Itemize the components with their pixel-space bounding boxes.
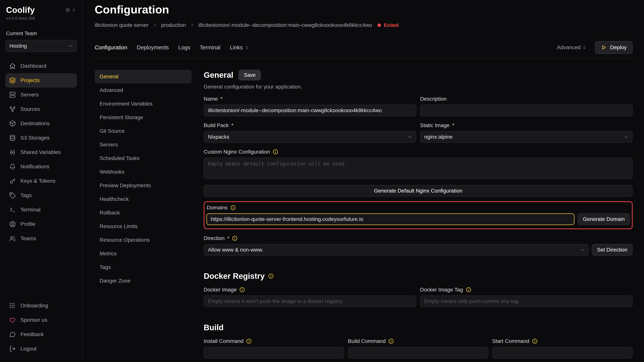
server-icon bbox=[9, 91, 16, 98]
chevron-down-icon bbox=[580, 248, 584, 252]
tab-logs[interactable]: Logs bbox=[178, 44, 190, 51]
breadcrumb-application[interactable]: illicitestonion/-module--decomposition:m… bbox=[198, 22, 372, 28]
subnav-item-resource-operations[interactable]: Resource Operations bbox=[95, 233, 192, 247]
build-heading: Build bbox=[204, 323, 633, 332]
sidebar-item-terminal[interactable]: Terminal bbox=[5, 203, 77, 217]
build-command-input[interactable] bbox=[348, 347, 488, 359]
install-command-label: Install Command bbox=[204, 338, 344, 344]
list-checks-icon bbox=[9, 302, 16, 309]
sidebar: Coolify v4.0.0-beta.399 Current Team Hos… bbox=[0, 0, 82, 362]
sidebar-item-feedback[interactable]: Feedback bbox=[5, 327, 77, 342]
advanced-toggle[interactable]: Advanced bbox=[557, 44, 587, 50]
info-icon bbox=[388, 338, 394, 344]
static-image-label: Static Image* bbox=[420, 122, 633, 128]
sidebar-item-onboarding[interactable]: Onboarding bbox=[5, 299, 77, 313]
tab-terminal[interactable]: Terminal bbox=[200, 44, 220, 51]
name-label: Name* bbox=[204, 96, 416, 102]
sidebar-item-notifications[interactable]: Notifications bbox=[5, 159, 77, 174]
sun-icon bbox=[65, 7, 70, 13]
info-icon bbox=[272, 149, 278, 155]
logout-icon bbox=[9, 345, 16, 352]
static-image-select[interactable]: nginx:alpine bbox=[420, 131, 633, 143]
sidebar-item-teams[interactable]: Teams bbox=[5, 231, 77, 246]
sidebar-item-sponsor[interactable]: Sponsor us bbox=[5, 313, 77, 327]
tab-links[interactable]: Links bbox=[230, 44, 249, 51]
subnav-item-git-source[interactable]: Git Source bbox=[95, 124, 192, 138]
chevrons-up-down-icon bbox=[582, 45, 587, 50]
subnav-item-healthcheck[interactable]: Healthcheck bbox=[95, 192, 192, 206]
breadcrumb-environment[interactable]: production bbox=[161, 22, 186, 28]
build-pack-label: Build Pack* bbox=[204, 122, 416, 128]
sidebar-item-dashboard[interactable]: Dashboard bbox=[5, 59, 77, 73]
main-content: Configuration illicitonion quote server … bbox=[82, 0, 644, 362]
subnav-item-advanced[interactable]: Advanced bbox=[95, 83, 192, 97]
layers-icon bbox=[9, 77, 16, 84]
tag-icon bbox=[9, 192, 16, 199]
direction-select[interactable]: Allow www & non-www. bbox=[204, 244, 589, 256]
subnav-item-resource-limits[interactable]: Resource Limits bbox=[95, 220, 192, 233]
docker-image-tag-input[interactable] bbox=[420, 296, 633, 307]
app-root: Coolify v4.0.0-beta.399 Current Team Hos… bbox=[0, 0, 644, 362]
theme-switcher[interactable] bbox=[65, 7, 76, 13]
tab-bar: Configuration Deployments Logs Terminal … bbox=[95, 41, 633, 58]
chevron-right-icon bbox=[190, 23, 194, 28]
subnav-item-rollback[interactable]: Rollback bbox=[95, 206, 192, 220]
subnav-item-environment-variables[interactable]: Environment Variables bbox=[95, 97, 192, 111]
subnav-item-tags[interactable]: Tags bbox=[95, 260, 192, 274]
sidebar-item-tags[interactable]: Tags bbox=[5, 188, 77, 203]
info-icon bbox=[246, 338, 252, 344]
subnav-item-metrics[interactable]: Metrics bbox=[95, 247, 192, 260]
docker-image-input[interactable] bbox=[204, 296, 416, 307]
sidebar-item-servers[interactable]: Servers bbox=[5, 88, 77, 102]
sidebar-item-destinations[interactable]: Destinations bbox=[5, 116, 77, 131]
start-command-label: Start Command bbox=[492, 338, 633, 344]
subnav-item-webhooks[interactable]: Webhooks bbox=[95, 165, 192, 179]
subnav-item-danger-zone[interactable]: Danger Zone bbox=[95, 274, 192, 288]
install-command-input[interactable] bbox=[204, 347, 344, 359]
domains-section: Domains Generate Domain bbox=[204, 201, 633, 229]
sidebar-item-logout[interactable]: Logout bbox=[5, 342, 77, 356]
heart-icon bbox=[9, 317, 16, 324]
name-input[interactable] bbox=[204, 105, 416, 116]
domains-input[interactable] bbox=[206, 213, 574, 225]
bell-icon bbox=[9, 163, 16, 170]
save-button[interactable]: Save bbox=[238, 70, 261, 80]
start-command-input[interactable] bbox=[492, 347, 633, 359]
sidebar-item-sources[interactable]: Sources bbox=[5, 102, 77, 116]
chevron-down-icon bbox=[68, 44, 73, 48]
status-badge: Exited bbox=[378, 22, 399, 28]
message-icon bbox=[9, 331, 16, 338]
subnav-item-servers[interactable]: Servers bbox=[95, 138, 192, 151]
tab-deployments[interactable]: Deployments bbox=[137, 44, 169, 51]
sidebar-item-s3-storages[interactable]: S3 Storages bbox=[5, 131, 77, 145]
chevrons-up-down-icon bbox=[244, 45, 249, 50]
build-pack-select[interactable]: Nixpacks bbox=[204, 131, 416, 143]
nginx-config-textarea[interactable] bbox=[204, 158, 633, 179]
subnav-item-persistent-storage[interactable]: Persistent Storage bbox=[95, 111, 192, 124]
nginx-config-label: Custom Nginx Configuration bbox=[204, 149, 633, 155]
status-text: Exited bbox=[384, 22, 399, 28]
sidebar-item-keys-tokens[interactable]: Keys & Tokens bbox=[5, 174, 77, 188]
general-panel: General Save General configuration for y… bbox=[204, 70, 633, 362]
set-direction-button[interactable]: Set Direction bbox=[592, 244, 633, 256]
sidebar-item-shared-variables[interactable]: Shared Variables bbox=[5, 145, 77, 159]
subnav-item-scheduled-tasks[interactable]: Scheduled Tasks bbox=[95, 151, 192, 165]
variable-icon bbox=[9, 149, 16, 156]
description-input[interactable] bbox=[420, 105, 633, 116]
team-select[interactable]: Hosting bbox=[5, 40, 77, 52]
tab-configuration[interactable]: Configuration bbox=[95, 44, 128, 51]
user-circle-icon bbox=[9, 221, 16, 228]
settings-subnav: General Advanced Environment Variables P… bbox=[95, 70, 192, 362]
page-title: Configuration bbox=[95, 3, 633, 16]
breadcrumb-project[interactable]: illicitonion quote server bbox=[95, 22, 148, 28]
sidebar-item-projects[interactable]: Projects bbox=[5, 73, 77, 88]
info-icon bbox=[239, 287, 245, 293]
deploy-button[interactable]: Deploy bbox=[595, 41, 633, 54]
sidebar-item-profile[interactable]: Profile bbox=[5, 217, 77, 231]
description-label: Description bbox=[420, 96, 633, 102]
generate-nginx-button[interactable]: Generate Default Nginx Configuration bbox=[204, 185, 633, 197]
generate-domain-button[interactable]: Generate Domain bbox=[578, 213, 630, 225]
subnav-item-general[interactable]: General bbox=[95, 70, 192, 83]
sidebar-nav: Dashboard Projects Servers Sources Desti… bbox=[5, 59, 77, 246]
subnav-item-preview-deployments[interactable]: Preview Deployments bbox=[95, 179, 192, 192]
